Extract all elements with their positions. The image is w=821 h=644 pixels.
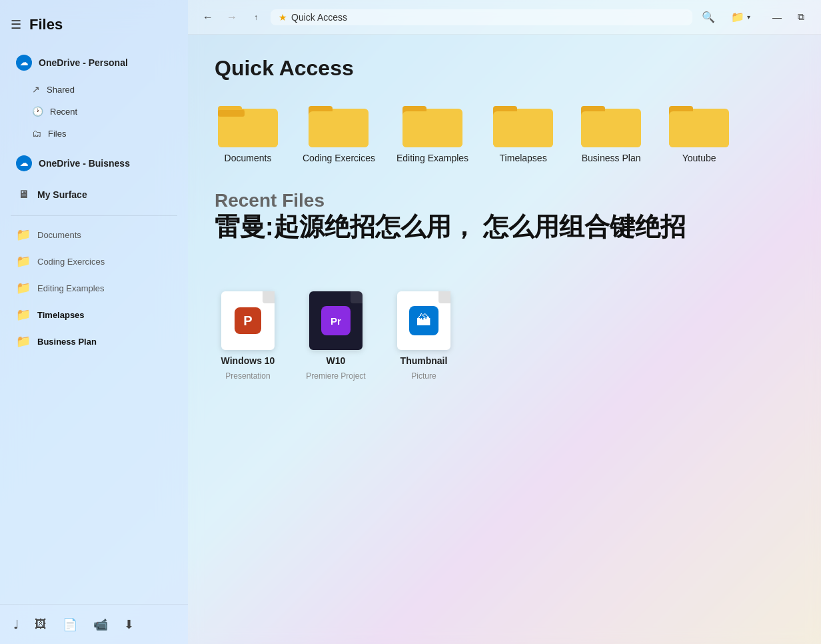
breadcrumb-text: Quick Access [291, 12, 347, 23]
back-button[interactable]: ← [199, 8, 217, 27]
premiere-file-icon: Pr [309, 291, 363, 350]
folder-svg-business [581, 99, 641, 147]
folder-coding-label: Coding Exercices [37, 257, 105, 267]
download-icon[interactable]: ⬇ [124, 617, 134, 632]
file-item-w10[interactable]: Pr W10 Premiere Project [303, 291, 369, 381]
folder-item-business[interactable]: Business Plan [578, 99, 644, 163]
svg-rect-13 [493, 111, 553, 147]
folder-label-editing: Editing Examples [397, 153, 468, 163]
folder-item-timelapses[interactable]: Timelapses [490, 99, 556, 163]
folder-icon-editing: 📁 [16, 281, 31, 295]
overlay-text: 雷曼:起源绝招怎么用， 怎么用组合键绝招 [215, 210, 686, 244]
my-surface-label: My Surface [37, 189, 87, 200]
folder-new-icon: 📁 [731, 11, 744, 23]
star-icon: ★ [279, 12, 287, 23]
recent-label: Recent [50, 107, 77, 117]
folder-svg-youtube [669, 99, 729, 147]
folder-item-editing[interactable]: Editing Examples [397, 99, 468, 163]
up-button[interactable]: ↑ [247, 8, 265, 27]
sidebar-item-onedrive-business[interactable]: ☁ OneDrive - Buisness [5, 149, 183, 178]
share-icon: ↗ [32, 84, 40, 95]
file-label-windows10: Windows 10 [221, 355, 275, 366]
sidebar-divider [11, 215, 177, 216]
file-label-thumbnail: Thumbnail [401, 355, 448, 366]
new-folder-button[interactable]: 📁 ▾ [724, 8, 757, 26]
file-type-w10: Premiere Project [306, 371, 365, 381]
recent-title: Recent Files [215, 190, 794, 211]
image-icon[interactable]: 🖼 [35, 617, 47, 631]
onedrive-business-label: OneDrive - Buisness [39, 158, 130, 169]
sidebar-item-recent[interactable]: 🕐 Recent [5, 101, 183, 122]
folder-svg-timelapses [493, 99, 553, 147]
sidebar-folder-documents[interactable]: 📁 Documents [5, 222, 183, 247]
file-item-windows10[interactable]: P Windows 10 Presentation [215, 291, 281, 381]
file-label-w10: W10 [327, 355, 346, 366]
file-item-thumbnail[interactable]: 🏔 Thumbnail Picture [391, 291, 457, 381]
folder-item-youtube[interactable]: Youtube [666, 99, 732, 163]
sidebar: ☰ Files ☁ OneDrive - Personal ↗ Shared 🕐… [0, 0, 188, 644]
folder-icon-coding: 📁 [16, 254, 31, 269]
sidebar-header: ☰ Files [0, 11, 188, 44]
shared-label: Shared [47, 85, 75, 95]
svg-rect-3 [218, 111, 278, 147]
folder-outline-icon: 🗂 [32, 128, 41, 139]
folder-timelapses-label: Timelapses [37, 310, 85, 320]
folder-icon-documents: 📁 [16, 227, 31, 242]
folder-icon-business: 📁 [16, 334, 31, 349]
onedrive-personal-section: ☁ OneDrive - Personal ↗ Shared 🕐 Recent … [0, 44, 188, 147]
onedrive-personal-label: OneDrive - Personal [39, 57, 128, 68]
svg-rect-4 [218, 110, 245, 117]
folder-label-coding: Coding Exercices [303, 153, 375, 163]
sidebar-folder-coding[interactable]: 📁 Coding Exercices [5, 249, 183, 274]
content-area: Quick Access Documents [188, 35, 821, 644]
video-icon[interactable]: 📹 [93, 617, 108, 632]
sidebar-item-files[interactable]: 🗂 Files [5, 123, 183, 144]
bottom-toolbar: ♩ 🖼 📄 📹 ⬇ [0, 604, 188, 644]
folder-grid: Documents Coding Exercices Editing Exa [215, 99, 794, 163]
recent-files-grid: P Windows 10 Presentation Pr W10 Premier… [215, 291, 794, 381]
file-type-windows10: Presentation [225, 371, 270, 381]
files-label: Files [48, 129, 66, 139]
hamburger-icon[interactable]: ☰ [11, 17, 21, 32]
sidebar-folder-business[interactable]: 📁 Business Plan [5, 329, 183, 354]
folder-label-timelapses: Timelapses [500, 153, 547, 163]
folder-icon-timelapses: 📁 [16, 307, 31, 322]
clock-icon: 🕐 [32, 106, 43, 117]
svg-rect-7 [309, 111, 369, 147]
restore-button[interactable]: ⧉ [792, 11, 810, 24]
folder-svg-documents [218, 99, 278, 147]
page-title: Quick Access [215, 56, 794, 81]
monitor-icon: 🖥 [16, 187, 31, 202]
sidebar-item-shared[interactable]: ↗ Shared [5, 79, 183, 100]
search-button[interactable]: 🔍 [698, 7, 719, 28]
sidebar-folder-timelapses[interactable]: 📁 Timelapses [5, 302, 183, 327]
svg-rect-10 [403, 111, 462, 147]
sidebar-item-onedrive-personal[interactable]: ☁ OneDrive - Personal [5, 48, 183, 77]
forward-button[interactable]: → [223, 8, 241, 27]
minimize-button[interactable]: — [768, 11, 786, 24]
sidebar-item-my-surface[interactable]: 🖥 My Surface [5, 181, 183, 209]
main-content: ← → ↑ ★ Quick Access 🔍 📁 ▾ — ⧉ Quick Acc… [188, 0, 821, 644]
folder-label-youtube: Youtube [682, 153, 716, 163]
folder-svg-editing [403, 99, 462, 147]
file-icon[interactable]: 📄 [63, 617, 77, 632]
file-type-thumbnail: Picture [411, 371, 436, 381]
recent-section: Recent Files 雷曼:起源绝招怎么用， 怎么用组合键绝招 P Wind… [215, 190, 794, 381]
folder-business-label: Business Plan [37, 337, 97, 347]
folder-svg-coding [309, 99, 369, 147]
picture-file-icon: 🏔 [397, 291, 450, 350]
topbar: ← → ↑ ★ Quick Access 🔍 📁 ▾ — ⧉ [188, 0, 821, 35]
picture-badge: 🏔 [409, 306, 438, 335]
pptx-badge: P [235, 307, 261, 334]
folder-item-documents[interactable]: Documents [215, 99, 281, 163]
music-icon[interactable]: ♩ [13, 617, 19, 632]
premiere-badge: Pr [321, 306, 351, 335]
sidebar-folder-editing[interactable]: 📁 Editing Examples [5, 275, 183, 301]
app-title: Files [29, 16, 63, 33]
folder-documents-label: Documents [37, 230, 81, 240]
cloud-icon: ☁ [16, 55, 32, 71]
breadcrumb[interactable]: ★ Quick Access [271, 9, 692, 25]
folder-item-coding[interactable]: Coding Exercices [303, 99, 375, 163]
svg-rect-19 [669, 111, 729, 147]
svg-rect-16 [581, 111, 641, 147]
